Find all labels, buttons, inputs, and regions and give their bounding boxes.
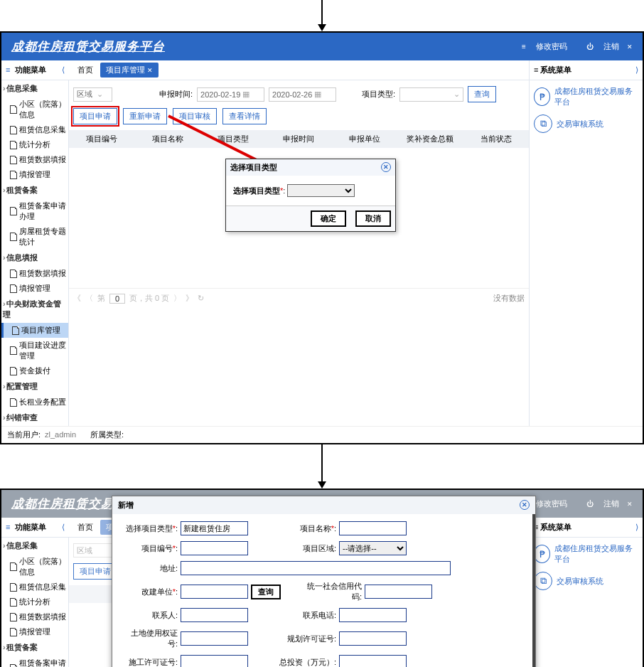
sidebar-item[interactable]: 租赁数据填报: [1, 609, 68, 624]
rightpane-item-platform[interactable]: ₱ 成都住房租赁交易服务平台: [534, 86, 638, 107]
rightpane-item-audit[interactable]: ⧉ 交易审核系统: [534, 114, 638, 133]
dialog-body: 选择项目类型*: 项目名称*: 项目编号*: 项目区域: --请选择-- 地址:…: [112, 514, 535, 667]
phone-input[interactable]: [339, 608, 407, 622]
sidebar: 信息采集 小区（院落）信息 租赁信息采集 统计分析 租赁数据填报 填报管理 租赁…: [1, 538, 69, 667]
sidebar-group-fund[interactable]: 中央财政资金管理: [1, 296, 68, 323]
sidebar-group-config[interactable]: 配置管理: [1, 378, 68, 395]
pager-prev-icon[interactable]: 〈: [85, 293, 93, 304]
close-icon[interactable]: ✕: [627, 43, 633, 50]
land-cert-input[interactable]: [181, 631, 248, 646]
menu-collapse-icon[interactable]: ⟨: [62, 65, 65, 75]
date-to-input[interactable]: 2020-02-26▦: [269, 87, 336, 102]
pager-last-icon[interactable]: 》: [186, 293, 193, 304]
sidebar-item[interactable]: 小区（院落）信息: [1, 97, 68, 122]
sidebar-group-info[interactable]: 信息采集: [1, 538, 68, 554]
apply-button[interactable]: 项目申请: [73, 563, 117, 580]
menu-collapse-icon[interactable]: ⟨: [62, 523, 65, 532]
th: 申报单位: [332, 134, 397, 144]
sidebar-item[interactable]: 填报管理: [1, 281, 68, 296]
change-password-link[interactable]: ≡修改密码: [513, 42, 567, 50]
reapply-button[interactable]: 重新申请: [123, 108, 167, 124]
sidebar-item[interactable]: 填报管理: [1, 624, 68, 639]
region-select[interactable]: 区域: [73, 543, 112, 557]
sidebar-item[interactable]: 填报管理: [1, 167, 68, 182]
sysmenu-collapse-icon[interactable]: ⟩: [635, 65, 638, 75]
invest-input[interactable]: [339, 655, 407, 667]
project-type-input[interactable]: [181, 521, 248, 535]
sidebar-item[interactable]: 小区（院落）信息: [1, 554, 68, 580]
th: 项目名称: [134, 134, 200, 144]
table-header: 项目编号 项目名称 项目类型 申报时间 申报单位 奖补资金总额 当前状态: [69, 130, 529, 148]
sidebar-item[interactable]: 租赁数据填报: [1, 266, 68, 281]
function-menu-header: ≡ 功能菜单 ⟨: [1, 60, 69, 80]
pager-first-icon[interactable]: 《: [73, 293, 81, 304]
system-menu-header: ≡ 系统菜单 ⟩: [529, 60, 643, 80]
sidebar-item[interactable]: 统计分析: [1, 594, 68, 609]
pager-refresh-icon[interactable]: ↻: [198, 294, 204, 303]
sidebar-group-record[interactable]: 租赁备案: [1, 182, 68, 198]
sidebar-item[interactable]: 租赁备案申请办理: [1, 656, 68, 667]
status-bar: 当前用户:zl_admin 所属类型:: [1, 426, 643, 443]
dialog-title: 新增: [118, 500, 134, 511]
tab-project-lib[interactable]: 项目库管理 ✕: [100, 63, 159, 78]
dialog-close-icon[interactable]: ✕: [381, 162, 391, 172]
th: 项目类型: [200, 134, 266, 144]
app-header: 成都住房租赁交易服务平台 ≡修改密码 ⏻注销 ✕: [1, 33, 643, 60]
sysmenu-collapse-icon[interactable]: ⟩: [635, 523, 638, 532]
pager-next-icon[interactable]: 〉: [173, 293, 181, 304]
sidebar-item[interactable]: 资金拨付: [1, 363, 68, 378]
subheader: ≡ 功能菜单 ⟨ 首页 项目库管理 ✕ ≡ 系统菜单 ⟩: [1, 60, 643, 80]
dialog-close-icon[interactable]: ✕: [520, 500, 530, 510]
apply-button[interactable]: 项目申请: [73, 108, 117, 124]
region-select[interactable]: 区域 ⌄: [73, 87, 112, 102]
type-select[interactable]: ⌄: [399, 87, 463, 102]
platform-icon: ₱: [534, 87, 550, 106]
rightpane-item-audit[interactable]: ⧉ 交易审核系统: [534, 572, 638, 590]
dialog-header: 选择项目类型 ✕: [226, 159, 395, 176]
add-project-dialog: 新增 ✕ 选择项目类型*: 项目名称*: 项目编号*: 项目区域: --请选择-…: [112, 496, 536, 667]
lookup-button[interactable]: 查询: [251, 585, 281, 599]
sidebar-group-info[interactable]: 信息采集: [1, 80, 68, 97]
sidebar-group-report[interactable]: 信息填报: [1, 250, 68, 266]
plan-permit-input[interactable]: [339, 631, 407, 646]
sidebar-item[interactable]: 项目建设进度管理: [1, 338, 68, 363]
address-input[interactable]: [181, 561, 451, 575]
credit-code-input[interactable]: [365, 585, 432, 599]
detail-button[interactable]: 查看详情: [222, 108, 267, 124]
project-name-input[interactable]: [339, 521, 407, 535]
sidebar-item-project-lib[interactable]: 项目库管理: [1, 323, 68, 338]
audit-button[interactable]: 项目审核: [173, 108, 217, 124]
sidebar-item[interactable]: 统计分析: [1, 137, 68, 152]
sidebar-group-record[interactable]: 租赁备案: [1, 639, 68, 656]
dialog-ok-button[interactable]: 确定: [311, 210, 346, 227]
project-region-select[interactable]: --请选择--: [339, 541, 407, 555]
logout-link[interactable]: ⏻注销: [578, 499, 619, 508]
sidebar-item[interactable]: 租赁备案申请办理: [1, 198, 68, 224]
sidebar-item[interactable]: 房屋租赁专题统计: [1, 224, 68, 250]
flow-arrow-mid: [0, 444, 644, 489]
sidebar-group-correct[interactable]: 纠错审查: [1, 410, 68, 426]
select-type-dropdown[interactable]: [287, 184, 355, 197]
filter-bar: 区域 ⌄ 申报时间: 2020-02-19▦ 2020-02-26▦ 项目类型:…: [69, 80, 529, 105]
th: 奖补资金总额: [397, 134, 463, 144]
logout-link[interactable]: ⏻注销: [578, 42, 619, 50]
th: 申报时间: [266, 134, 331, 144]
select-type-dialog: 选择项目类型 ✕ 选择项目类型*: 确定 取消: [225, 159, 396, 232]
dialog-cancel-button[interactable]: 取消: [355, 210, 391, 227]
rightpane-item-platform[interactable]: ₱ 成都住房租赁交易服务平台: [534, 543, 638, 565]
date-from-input[interactable]: 2020-02-19▦: [197, 87, 264, 102]
sidebar-item[interactable]: 租赁信息采集: [1, 580, 68, 594]
sidebar-item[interactable]: 长租业务配置: [1, 395, 68, 410]
tab-home[interactable]: 首页: [72, 63, 99, 78]
build-permit-input[interactable]: [181, 655, 248, 667]
close-icon[interactable]: ✕: [627, 501, 633, 508]
contact-input[interactable]: [181, 608, 248, 622]
sidebar: 信息采集 小区（院落）信息 租赁信息采集 统计分析 租赁数据填报 填报管理 租赁…: [1, 80, 69, 426]
query-button[interactable]: 查询: [468, 86, 496, 102]
pager-page-input[interactable]: 0: [109, 294, 125, 304]
tab-home[interactable]: 首页: [72, 520, 99, 535]
sidebar-item[interactable]: 租赁数据填报: [1, 152, 68, 167]
dev-unit-input[interactable]: [181, 585, 248, 599]
sidebar-item[interactable]: 租赁信息采集: [1, 122, 68, 137]
project-code-input[interactable]: [181, 541, 248, 555]
